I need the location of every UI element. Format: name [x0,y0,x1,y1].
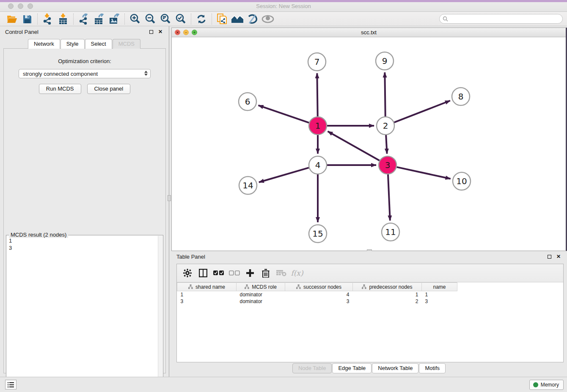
memory-button[interactable]: Memory [529,380,564,390]
zoom-selected-button[interactable] [173,13,188,25]
graph-edge-2-9[interactable] [385,72,385,116]
graph-edge-3-10[interactable] [396,167,450,179]
table-cell[interactable]: 1 [353,291,422,298]
tab-network[interactable]: Network [28,39,60,49]
graph-node-14[interactable]: 14 [239,177,257,194]
graph-node-2[interactable]: 2 [377,117,394,135]
open-file-button[interactable] [4,13,19,25]
toolbar-search[interactable] [439,14,563,24]
delete-column-button[interactable] [259,267,272,279]
float-panel-button[interactable] [148,28,154,35]
graph-edge-2-3[interactable] [386,135,387,154]
function-builder-button[interactable]: f(x) [291,267,303,279]
graph-node-9[interactable]: 9 [376,52,394,70]
import-table-button[interactable] [55,13,71,25]
delete-table-button[interactable] [275,267,288,279]
graph-node-11[interactable]: 11 [382,223,399,241]
export-image-button[interactable] [107,13,122,25]
tab-select[interactable]: Select [85,39,112,49]
apply-layout-button[interactable] [194,13,209,25]
graph-node-label: 14 [242,180,253,190]
tab-network-table[interactable]: Network Table [372,363,418,373]
tab-mcds[interactable]: MCDS [113,39,140,49]
hide-graphics-details-button[interactable] [245,13,260,25]
create-column-button[interactable] [244,267,256,279]
result-scrollbar[interactable] [158,236,162,392]
column-header-successor-nodes[interactable]: successor nodes [285,283,353,291]
graph-edge-1-7[interactable] [317,73,317,116]
table-row[interactable]: 3dominator323 [177,298,457,305]
close-icon: ✕ [556,254,561,259]
show-all-columns-button[interactable] [212,267,225,279]
network-canvas[interactable]: 7968124314101511 [172,37,565,250]
network-window-titlebar[interactable]: ✕ − + scc.txt [172,28,566,37]
table-cell[interactable]: 3 [177,298,237,305]
search-icon [443,16,448,22]
graph-node-4[interactable]: 4 [309,156,327,174]
tab-motifs[interactable]: Motifs [419,363,446,373]
run-mcds-button[interactable]: Run MCDS [39,84,81,94]
tab-node-table[interactable]: Node Table [292,363,332,373]
graph-node-10[interactable]: 10 [453,172,471,190]
table-cell[interactable]: 4 [285,291,353,298]
close-panel-button-mcds[interactable]: Close panel [87,84,131,94]
graph-node-15[interactable]: 15 [309,225,327,243]
table-settings-button[interactable] [181,267,194,279]
table-cell[interactable]: dominator [237,291,285,298]
zoom-fit-button[interactable] [158,13,173,25]
mcds-result-text[interactable]: 1 3 [7,237,158,391]
graph-node-6[interactable]: 6 [239,93,256,110]
column-header-name[interactable]: name [422,283,457,291]
tab-edge-table[interactable]: Edge Table [332,363,372,373]
float-table-panel-button[interactable] [546,253,553,260]
table-cell[interactable]: 2 [353,298,422,305]
show-graphics-details-button[interactable] [260,13,275,25]
column-tree-icon [362,284,366,289]
network-window-title: scc.txt [172,29,566,36]
table-cell[interactable]: 1 [422,291,457,298]
criterion-select[interactable]: strongly connected component [19,69,151,78]
search-input[interactable] [448,16,562,22]
graph-edge-1-6[interactable] [259,105,309,123]
zoom-in-button[interactable] [127,13,143,25]
show-all-networks-button[interactable] [230,13,245,25]
table-cell[interactable]: 3 [422,298,457,305]
float-icon [149,30,153,34]
zoom-out-button[interactable] [143,13,158,25]
column-header-shared-name[interactable]: shared name [177,283,237,291]
graph-node-3[interactable]: 3 [379,156,396,174]
graph-node-7[interactable]: 7 [308,53,326,71]
vertical-splitter-handle[interactable] [168,195,171,201]
graph-edge-2-8[interactable] [394,101,450,122]
close-panel-button[interactable]: ✕ [157,28,164,35]
hide-all-columns-button[interactable] [228,267,241,279]
graph-edge-3-1[interactable] [328,131,380,160]
task-history-button[interactable] [5,380,17,389]
close-table-panel-button[interactable]: ✕ [555,253,562,260]
control-panel-tabs: Network Style Select MCDS [0,39,169,49]
toolbar-separator [124,14,125,25]
export-table-button[interactable] [91,13,107,25]
import-network-button[interactable] [40,13,55,25]
tab-style[interactable]: Style [61,39,85,49]
save-session-button[interactable] [19,13,35,25]
export-network-button[interactable] [76,13,91,25]
graph-node-1[interactable]: 1 [309,117,327,135]
node-table-header-row[interactable]: shared nameMCDS rolesuccessor nodesprede… [177,283,457,291]
table-panel-title: Table Panel [176,254,543,260]
table-row[interactable]: 1dominator411 [177,291,457,298]
graph-edge-3-11[interactable] [388,174,390,221]
table-cell[interactable]: 1 [177,291,237,298]
network-canvas-svg: 7968124314101511 [172,37,565,250]
clone-network-button[interactable] [215,13,230,25]
graph-edge-4-14[interactable] [259,168,309,182]
graph-node-8[interactable]: 8 [452,88,470,105]
column-header-MCDS-role[interactable]: MCDS role [237,283,285,291]
table-cell[interactable]: dominator [237,298,285,305]
network-window: ✕ − + scc.txt 7968124314101511 [171,28,567,251]
table-cell[interactable]: 3 [285,298,353,305]
main-toolbar [0,12,567,26]
show-column-panel-button[interactable] [197,267,209,279]
column-header-predecessor-nodes[interactable]: predecessor nodes [353,283,422,291]
refresh-icon [196,14,206,24]
